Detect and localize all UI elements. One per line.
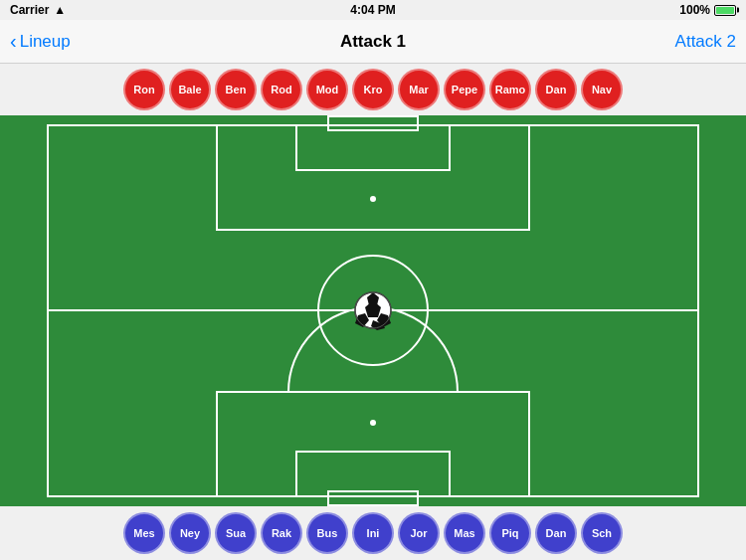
battery-icon bbox=[714, 5, 736, 16]
status-time: 4:04 PM bbox=[350, 3, 395, 17]
player-token-rak[interactable]: Rak bbox=[261, 512, 302, 554]
status-left: Carrier ▲ bbox=[10, 3, 66, 17]
player-token-sch[interactable]: Sch bbox=[581, 512, 623, 554]
carrier-label: Carrier bbox=[10, 3, 49, 17]
svg-point-8 bbox=[370, 196, 376, 202]
svg-point-12 bbox=[370, 420, 376, 426]
player-token-mas[interactable]: Mas bbox=[444, 512, 485, 554]
player-token-ini[interactable]: Ini bbox=[352, 512, 394, 554]
player-token-sua[interactable]: Sua bbox=[215, 512, 257, 554]
player-token-mes[interactable]: Mes bbox=[123, 512, 165, 554]
status-bar: Carrier ▲ 4:04 PM 100% bbox=[0, 0, 746, 20]
player-token-bus[interactable]: Bus bbox=[306, 512, 348, 554]
player-token-rod[interactable]: Rod bbox=[261, 69, 302, 110]
player-token-nav[interactable]: Nav bbox=[581, 69, 623, 110]
attack2-button[interactable]: Attack 2 bbox=[675, 32, 736, 52]
player-token-kro[interactable]: Kro bbox=[352, 69, 394, 110]
player-token-mar[interactable]: Mar bbox=[398, 69, 440, 110]
back-button[interactable]: ‹ Lineup bbox=[10, 32, 71, 52]
battery-percent: 100% bbox=[679, 3, 710, 17]
player-token-ramo[interactable]: Ramo bbox=[489, 69, 531, 110]
player-token-pepe[interactable]: Pepe bbox=[444, 69, 485, 110]
nav-bar: ‹ Lineup Attack 1 Attack 2 bbox=[0, 20, 746, 64]
wifi-icon: ▲ bbox=[54, 3, 66, 17]
top-players-row: RonBaleBenRodModKroMarPepeRamoDanNav bbox=[0, 64, 746, 115]
soccer-field[interactable] bbox=[0, 115, 746, 506]
nav-title: Attack 1 bbox=[340, 32, 406, 52]
status-right: 100% bbox=[679, 3, 736, 17]
player-token-bale[interactable]: Bale bbox=[169, 69, 211, 110]
player-token-mod[interactable]: Mod bbox=[306, 69, 348, 110]
bottom-players-row: MesNeySuaRakBusIniJorMasPiqDanSch bbox=[0, 506, 746, 560]
back-chevron-icon: ‹ bbox=[10, 31, 17, 51]
back-label: Lineup bbox=[20, 32, 71, 52]
field-markings bbox=[0, 115, 746, 506]
player-token-dan2[interactable]: Dan bbox=[535, 512, 577, 554]
player-token-piq[interactable]: Piq bbox=[489, 512, 531, 554]
player-token-ron[interactable]: Ron bbox=[123, 69, 165, 110]
player-token-dan[interactable]: Dan bbox=[535, 69, 577, 110]
player-token-jor[interactable]: Jor bbox=[398, 512, 440, 554]
player-token-ney[interactable]: Ney bbox=[169, 512, 211, 554]
player-token-ben[interactable]: Ben bbox=[215, 69, 257, 110]
